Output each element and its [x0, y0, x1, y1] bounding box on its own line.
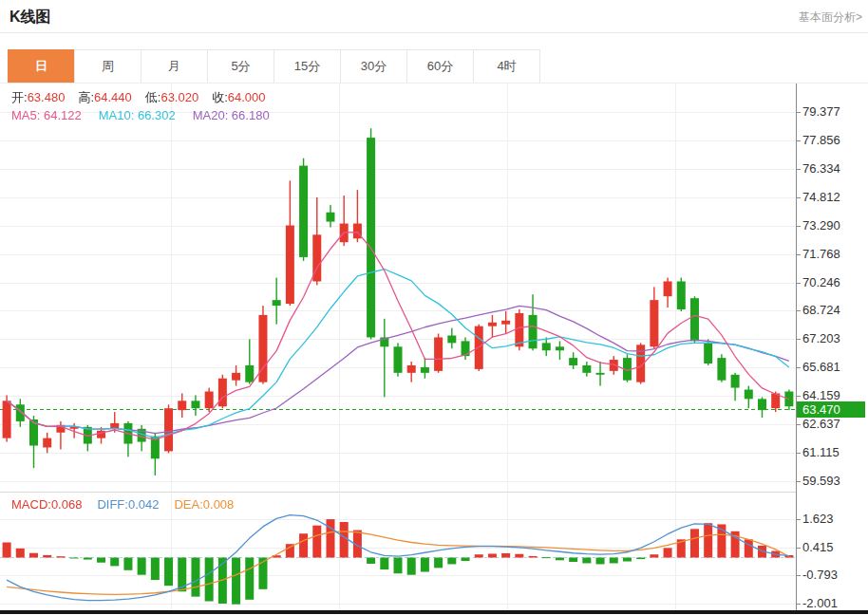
axis-tick — [796, 283, 801, 284]
page-title: K线图 — [9, 8, 51, 28]
tab-day[interactable]: 日 — [8, 49, 75, 84]
axis-tick — [796, 604, 801, 605]
open-value: 63.480 — [28, 90, 66, 104]
tab-week[interactable]: 周 — [74, 49, 142, 84]
axis-tick — [796, 169, 801, 170]
fundamental-analysis-link[interactable]: 基本面分析> — [799, 9, 862, 26]
ma-legend: MA5: 64.122MA10: 66.302MA20: 66.180 — [11, 108, 270, 122]
axis-tick — [796, 453, 801, 454]
price-axis-label: 67.203 — [802, 331, 840, 345]
axis-tick — [796, 254, 801, 255]
axis-tick — [796, 481, 801, 482]
axis-tick — [796, 310, 801, 311]
axis-tick — [796, 396, 801, 397]
ohlc-legend: 开:63.480高:64.440低:63.020收:64.000 — [11, 89, 279, 106]
price-axis-label: 59.593 — [802, 474, 840, 488]
axis-tick — [796, 226, 801, 227]
tab-60min[interactable]: 60分 — [406, 49, 474, 84]
macd-axis-label: 1.623 — [802, 512, 834, 526]
macd-axis-label: -2.001 — [802, 596, 838, 610]
high-label: 高: — [78, 90, 94, 104]
price-axis-label: 61.115 — [802, 445, 840, 459]
close-label: 收: — [212, 90, 228, 104]
macd-legend: MACD:0.068DIFF:0.042DEA:0.008 — [11, 497, 234, 512]
price-axis-label: 74.812 — [802, 190, 840, 204]
dea-value: DEA:0.008 — [174, 497, 234, 512]
price-axis-label: 68.724 — [802, 303, 840, 317]
kline-page: K线图 基本面分析> 日 周 月 5分 15分 30分 60分 4时 开:63.… — [0, 0, 868, 615]
bottom-scrollbar[interactable] — [0, 610, 868, 614]
axis-tick — [796, 197, 801, 198]
tab-4hour[interactable]: 4时 — [473, 49, 540, 84]
axis-tick — [796, 519, 801, 520]
ma20-legend: MA20: 66.180 — [193, 108, 270, 122]
macd-axis-label: -0.793 — [802, 568, 838, 582]
macd-axis-label: 0.415 — [802, 540, 834, 554]
open-label: 开: — [11, 90, 28, 104]
main-chart-canvas[interactable] — [0, 84, 796, 492]
axis-tick — [796, 367, 801, 368]
close-value: 64.000 — [228, 90, 266, 104]
ma5-legend: MA5: 64.122 — [11, 108, 82, 122]
tab-30min[interactable]: 30分 — [340, 49, 407, 84]
low-label: 低: — [145, 90, 161, 104]
axis-tick — [796, 112, 801, 113]
tab-15min[interactable]: 15分 — [274, 49, 341, 84]
panel-separator — [0, 492, 796, 493]
tab-5min[interactable]: 5分 — [207, 49, 274, 84]
price-axis-label: 73.290 — [802, 218, 840, 233]
axis-tick — [796, 575, 801, 576]
axis-tick — [796, 424, 801, 425]
price-axis-label: 76.334 — [802, 161, 840, 176]
header-divider — [0, 32, 868, 33]
tab-month[interactable]: 月 — [141, 49, 208, 84]
ma10-legend: MA10: 66.302 — [99, 108, 176, 122]
price-axis-label: 70.246 — [802, 275, 840, 289]
axis-tick — [796, 140, 801, 141]
price-axis-label: 71.768 — [802, 247, 840, 261]
price-axis-label: 64.159 — [802, 388, 840, 402]
price-axis-label: 77.856 — [802, 133, 840, 147]
price-axis-label: 62.637 — [802, 417, 840, 431]
high-value: 64.440 — [94, 90, 132, 104]
timeframe-tabs: 日 周 月 5分 15分 30分 60分 4时 — [8, 49, 540, 84]
last-price-badge: 63.470 — [797, 401, 865, 418]
axis-tick — [796, 339, 801, 340]
diff-value: DIFF:0.042 — [97, 497, 159, 512]
axis-tick — [796, 548, 801, 549]
price-axis-label: 79.377 — [802, 104, 840, 119]
price-axis-line — [796, 84, 797, 612]
macd-value: MACD:0.068 — [11, 497, 82, 512]
low-value: 63.020 — [160, 90, 198, 104]
price-axis-label: 65.681 — [802, 360, 840, 374]
